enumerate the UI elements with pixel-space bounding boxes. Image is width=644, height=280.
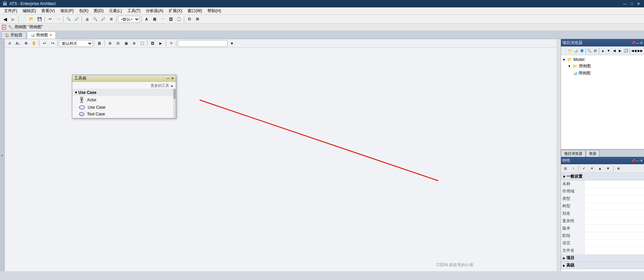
menu-element[interactable]: 元素(L) (106, 7, 125, 14)
prop-value-type[interactable] (585, 195, 644, 202)
tree-expand-folder[interactable]: ▼ (568, 64, 571, 68)
pb-folder-button[interactable]: 📁 (567, 47, 573, 55)
dt-undo-button[interactable]: ↩ (41, 40, 48, 47)
toolbox-item-testcase[interactable]: TC Test Case (72, 111, 176, 117)
tb-font-button[interactable]: A (143, 15, 150, 23)
tree-item-model[interactable]: ▼ 📁 Model (562, 57, 643, 63)
maximize-button[interactable]: □ (629, 2, 634, 6)
dt-filter-input[interactable] (178, 40, 228, 47)
tb-align-button[interactable]: ⊟ (186, 15, 193, 23)
tb-more-button[interactable]: ⋯ (159, 15, 166, 23)
tb-open-button[interactable]: 📂 (28, 15, 35, 23)
pb-element-button[interactable]: 🔷 (579, 47, 585, 55)
prop-value-version[interactable] (585, 225, 644, 232)
tb-filter-button[interactable]: ⊠ (194, 15, 201, 23)
tab-close-button[interactable]: ✕ (49, 33, 52, 37)
menu-file[interactable]: 文件(F) (1, 7, 20, 14)
menu-edit[interactable]: 编辑(E) (20, 7, 39, 14)
prop-close-button[interactable]: ✕ (640, 159, 643, 163)
toolbox-item-usecase[interactable]: Use Case (72, 104, 176, 111)
tb-zoom-out-button[interactable]: 🔎 (99, 15, 107, 23)
menu-window[interactable]: 窗口(W) (185, 7, 205, 14)
btab-project-browser[interactable]: 项目浏览器 (561, 150, 586, 157)
menu-tool[interactable]: 工具(T) (125, 7, 143, 14)
tb-search-button[interactable]: 🔍 (65, 15, 72, 23)
prop-section-advanced[interactable]: ▸ 高级 (561, 262, 644, 269)
tree-item-diagram[interactable]: 📊 用例图 (562, 70, 643, 77)
dt-filter-apply-button[interactable]: ▼ (228, 40, 236, 47)
prop-tb-btn1[interactable]: ⊟ (562, 165, 569, 172)
pb-pin-button[interactable]: 📌 (631, 41, 635, 45)
tb-new-button[interactable]: 📄 (20, 15, 27, 23)
prop-minimize-button[interactable]: — (636, 159, 639, 163)
dt-snap-button[interactable]: ⊞ (106, 40, 114, 47)
pb-expand-right-button[interactable]: ▶▶ (637, 47, 643, 55)
prop-value-stereotype[interactable] (585, 203, 644, 210)
pb-diagram-button[interactable]: 📊 (573, 47, 578, 55)
prop-value-alias[interactable] (585, 210, 644, 217)
dt-diagram-props-button[interactable]: ⊕ (130, 40, 138, 47)
dt-delete-button[interactable]: ✕ (167, 40, 175, 47)
dt-notes-button[interactable]: 📋 (138, 40, 146, 47)
dt-arrow-button[interactable]: A (6, 40, 13, 47)
canvas-vscrollbar[interactable] (557, 39, 561, 271)
tree-item-folder[interactable]: ▼ 📁 用例图 (562, 63, 643, 70)
dt-layout-button[interactable]: ▦ (122, 40, 130, 47)
toolbox-minimize-button[interactable]: — (166, 76, 170, 80)
prop-tb-btn4[interactable]: ✕ (588, 165, 596, 172)
toolbox-more-tools[interactable]: 更多的工具 ▲ (72, 82, 176, 89)
prop-value-scope[interactable] (585, 188, 644, 195)
tb-layout-button[interactable]: ▦ (151, 15, 158, 23)
tab-start[interactable]: 🏠 开始页 (1, 31, 26, 39)
tree-expand-model[interactable]: ▼ (562, 58, 566, 62)
dt-redo-button[interactable]: ↪ (49, 40, 56, 47)
dt-style-dropdown[interactable]: 默认样式 (59, 40, 93, 47)
pb-nav-button[interactable]: ◀ (612, 47, 617, 55)
collapse-icon[interactable]: « (2, 25, 6, 30)
pb-close-button[interactable]: ✕ (640, 41, 643, 45)
tb-zoom-dropdown[interactable]: <默认> 50% 75% 100% (118, 16, 140, 23)
prop-tb-btn7[interactable]: ⊕ (615, 165, 622, 172)
title-bar-controls[interactable]: — □ ✕ (621, 2, 641, 6)
menu-diagram[interactable]: 图(D) (91, 7, 106, 14)
prop-tb-btn6[interactable]: ▼ (604, 165, 612, 172)
diagram-canvas[interactable]: 工具箱 — ✕ 更多的工具 ▲ ▾ Use Case (5, 48, 561, 271)
menu-help[interactable]: 帮助(H) (205, 7, 224, 14)
tb-save-button[interactable]: 💾 (36, 15, 43, 23)
prop-tb-btn5[interactable]: ▲ (596, 165, 604, 172)
toolbox-section-usecase[interactable]: ▾ Use Case (72, 89, 176, 96)
tb-undo-button[interactable]: ↩ (46, 15, 54, 23)
minimize-button[interactable]: — (621, 2, 628, 6)
pb-refresh-button[interactable]: 🔄 (623, 47, 629, 55)
menu-project[interactable]: 项目(P) (57, 7, 76, 14)
tab-diagram[interactable]: 📊 用例图 ✕ (27, 31, 56, 39)
pb-expand-left-button[interactable]: ◀◀ (631, 47, 637, 55)
prop-value-name[interactable] (585, 180, 644, 187)
close-button[interactable]: ✕ (636, 2, 641, 6)
toolbox-scrollbar[interactable] (173, 89, 176, 118)
prop-value-complexity[interactable] (585, 217, 644, 224)
pb-down-button[interactable]: ▼ (606, 47, 611, 55)
toolbox-close-button[interactable]: ✕ (171, 76, 174, 80)
prop-value-filename[interactable] (585, 247, 644, 254)
toolbox-scroll-thumb[interactable] (173, 89, 175, 99)
dt-bold-button[interactable]: B (96, 40, 103, 47)
pb-search-button[interactable]: 🔍 (587, 47, 592, 55)
prop-tb-btn3[interactable]: ✓ (580, 165, 588, 172)
prop-value-phase[interactable] (585, 232, 644, 239)
prop-section-general[interactable]: ▾ 一般设置 (561, 173, 644, 180)
pb-filter-button[interactable]: ⊟ (593, 47, 598, 55)
pb-nav2-button[interactable]: ▶ (617, 47, 623, 55)
toolbox-item-actor[interactable]: Actor (72, 96, 176, 104)
menu-extend[interactable]: 扩展(X) (166, 7, 185, 14)
left-collapse-button[interactable]: « (0, 39, 5, 271)
tb-zoom-in-button[interactable]: 🔍 (91, 15, 99, 23)
tb-redo-button[interactable]: ↪ (54, 15, 62, 23)
tb-save-image-button[interactable]: 📋 (175, 15, 183, 23)
dt-more2-button[interactable]: ▶ (157, 40, 164, 47)
tb-forward-button[interactable]: ▶ (9, 15, 17, 23)
pb-new-button[interactable]: 📄 (562, 47, 567, 55)
menu-analyzer[interactable]: 分析器(A) (143, 7, 166, 14)
menu-view[interactable]: 查看(V) (39, 7, 57, 14)
dt-grid-button[interactable]: ⊟ (114, 40, 122, 47)
